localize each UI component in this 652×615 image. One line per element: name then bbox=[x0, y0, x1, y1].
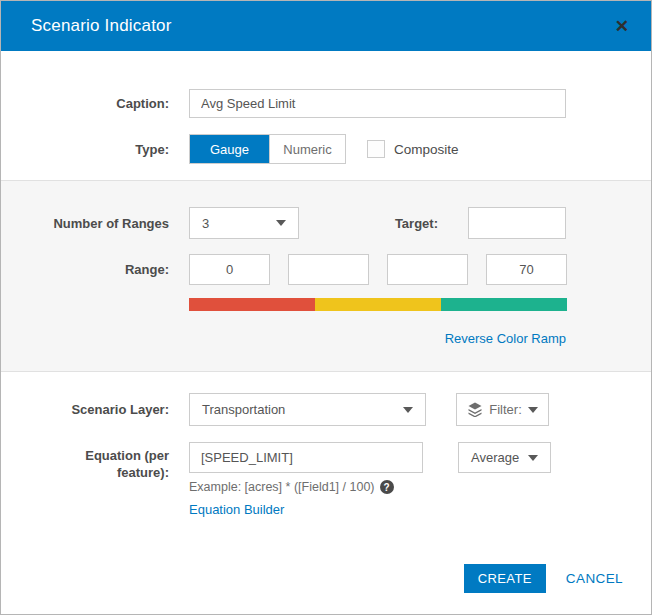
type-row: Type: Gauge Numeric Composite bbox=[1, 134, 651, 164]
cancel-button[interactable]: CANCEL bbox=[566, 571, 623, 586]
color-ramp-segment-yellow bbox=[315, 298, 441, 311]
caption-input[interactable] bbox=[189, 89, 566, 118]
equation-builder-link[interactable]: Equation Builder bbox=[189, 502, 284, 517]
range-input-1[interactable] bbox=[189, 254, 270, 285]
chevron-down-icon bbox=[528, 407, 538, 413]
chevron-down-icon bbox=[276, 220, 286, 226]
composite-label: Composite bbox=[394, 142, 459, 157]
scenario-layer-row: Scenario Layer: Transportation Filter: bbox=[1, 393, 651, 426]
number-of-ranges-dropdown[interactable]: 3 bbox=[189, 207, 299, 239]
close-icon[interactable]: ✕ bbox=[615, 18, 629, 35]
number-of-ranges-row: Number of Ranges 3 Target: bbox=[1, 207, 651, 239]
scenario-layer-dropdown[interactable]: Transportation bbox=[189, 393, 426, 426]
caption-label: Caption: bbox=[1, 95, 179, 112]
range-input-3[interactable] bbox=[387, 254, 468, 285]
range-label: Range: bbox=[1, 261, 179, 278]
equation-example: Example: [acres] * ([Field1] / 100) ? bbox=[189, 480, 423, 494]
dialog-footer: CREATE CANCEL bbox=[464, 564, 623, 593]
filter-button-label: Filter: bbox=[489, 402, 522, 417]
equation-builder-row: Equation Builder bbox=[189, 500, 423, 518]
equation-input[interactable] bbox=[189, 442, 423, 473]
target-input[interactable] bbox=[468, 207, 566, 239]
help-icon[interactable]: ? bbox=[380, 480, 394, 494]
scenario-indicator-dialog: Scenario Indicator ✕ Caption: Type: Gaug… bbox=[0, 0, 652, 615]
equation-column: Example: [acres] * ([Field1] / 100) ? Eq… bbox=[189, 442, 423, 518]
range-row: Range: bbox=[1, 254, 651, 285]
color-ramp-segment-red bbox=[189, 298, 315, 311]
create-button[interactable]: CREATE bbox=[464, 564, 546, 593]
number-of-ranges-label: Number of Ranges bbox=[1, 215, 179, 232]
dialog-body: Caption: Type: Gauge Numeric Composite N… bbox=[1, 51, 651, 518]
color-ramp-segment-green bbox=[441, 298, 567, 311]
target-label: Target: bbox=[299, 216, 438, 231]
reverse-color-ramp-row: Reverse Color Ramp bbox=[1, 329, 651, 347]
range-input-4[interactable] bbox=[486, 254, 567, 285]
dialog-title: Scenario Indicator bbox=[1, 16, 172, 36]
type-toggle: Gauge Numeric bbox=[189, 134, 346, 164]
dialog-header: Scenario Indicator ✕ bbox=[1, 1, 651, 51]
layers-icon bbox=[467, 402, 483, 417]
composite-checkbox[interactable] bbox=[367, 140, 385, 158]
scenario-layer-label: Scenario Layer: bbox=[1, 401, 179, 418]
scenario-layer-value: Transportation bbox=[202, 402, 285, 417]
type-label: Type: bbox=[1, 141, 179, 158]
ranges-panel: Number of Ranges 3 Target: Range: bbox=[1, 180, 651, 372]
range-input-2[interactable] bbox=[288, 254, 369, 285]
number-of-ranges-value: 3 bbox=[202, 216, 209, 231]
aggregation-value: Average bbox=[471, 450, 519, 465]
type-option-gauge[interactable]: Gauge bbox=[190, 135, 269, 163]
caption-row: Caption: bbox=[1, 89, 651, 118]
equation-row: Equation (per feature): Example: [acres]… bbox=[1, 442, 651, 518]
chevron-down-icon bbox=[528, 455, 538, 461]
chevron-down-icon bbox=[403, 407, 413, 413]
filter-button[interactable]: Filter: bbox=[456, 393, 549, 426]
aggregation-dropdown[interactable]: Average bbox=[458, 442, 551, 473]
color-ramp[interactable] bbox=[189, 298, 567, 311]
type-option-numeric[interactable]: Numeric bbox=[269, 135, 345, 163]
equation-label: Equation (per feature): bbox=[1, 442, 179, 481]
reverse-color-ramp-link[interactable]: Reverse Color Ramp bbox=[445, 331, 566, 346]
